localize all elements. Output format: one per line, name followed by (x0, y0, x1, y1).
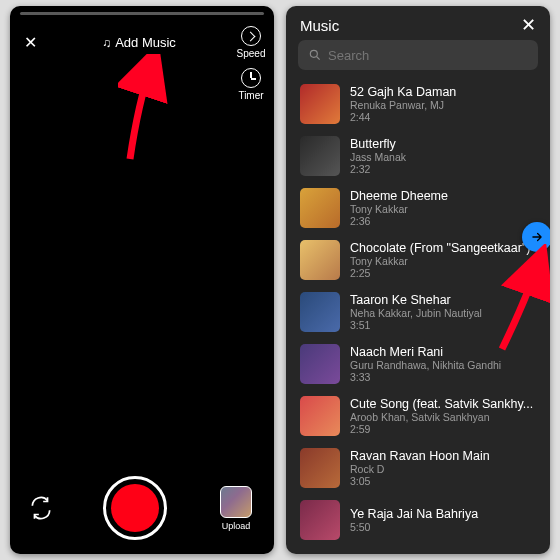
album-art (300, 344, 340, 384)
song-row[interactable]: Chocolate (From "Sangeetkaar")Tony Kakka… (286, 234, 550, 286)
add-music-button[interactable]: ♫ Add Music (50, 35, 228, 50)
song-artist: Guru Randhawa, Nikhita Gandhi (350, 359, 536, 371)
song-title: Taaron Ke Shehar (350, 293, 536, 307)
camera-screen: ✕ ♫ Add Music Speed Timer Upload (10, 6, 274, 554)
close-button[interactable]: ✕ (10, 33, 50, 52)
upload-label: Upload (216, 521, 256, 531)
song-artist: Renuka Panwar, MJ (350, 99, 536, 111)
song-duration: 3:05 (350, 475, 536, 487)
song-meta: Chocolate (From "Sangeetkaar")Tony Kakka… (350, 241, 536, 279)
album-art (300, 396, 340, 436)
arrow-right-icon (530, 230, 544, 244)
record-icon (111, 484, 159, 532)
song-artist: Neha Kakkar, Jubin Nautiyal (350, 307, 536, 319)
album-art (300, 240, 340, 280)
speed-icon (241, 26, 261, 46)
song-artist: Rock D (350, 463, 536, 475)
search-input[interactable] (328, 48, 528, 63)
album-art (300, 500, 340, 540)
song-row[interactable]: 52 Gajh Ka DamanRenuka Panwar, MJ2:44 (286, 78, 550, 130)
close-music-button[interactable]: ✕ (521, 14, 536, 36)
search-field[interactable] (298, 40, 538, 70)
song-duration: 2:59 (350, 423, 536, 435)
album-art (300, 448, 340, 488)
song-meta: ButterflyJass Manak2:32 (350, 137, 536, 175)
search-icon (308, 48, 322, 62)
song-duration: 2:32 (350, 163, 536, 175)
music-picker-screen: Music ✕ 52 Gajh Ka DamanRenuka Panwar, M… (286, 6, 550, 554)
song-artist: Aroob Khan, Satvik Sankhyan (350, 411, 536, 423)
song-artist: Tony Kakkar (350, 255, 536, 267)
music-note-icon: ♫ (102, 36, 111, 50)
song-meta: Dheeme DheemeTony Kakkar2:36 (350, 189, 536, 227)
album-art (300, 292, 340, 332)
timer-control[interactable]: Timer (228, 68, 274, 101)
song-meta: Ye Raja Jai Na Bahriya5:50 (350, 507, 536, 533)
speed-label: Speed (228, 48, 274, 59)
timer-icon (241, 68, 261, 88)
svg-point-0 (310, 50, 317, 57)
song-duration: 3:33 (350, 371, 536, 383)
song-title: Butterfly (350, 137, 536, 151)
song-artist: Jass Manak (350, 151, 536, 163)
song-title: Cute Song (feat. Satvik Sankhy... (350, 397, 536, 411)
song-row[interactable]: Taaron Ke SheharNeha Kakkar, Jubin Nauti… (286, 286, 550, 338)
album-art (300, 84, 340, 124)
album-art (300, 188, 340, 228)
song-row[interactable]: Ye Raja Jai Na Bahriya5:50 (286, 494, 550, 546)
song-meta: Naach Meri RaniGuru Randhawa, Nikhita Ga… (350, 345, 536, 383)
song-title: Naach Meri Rani (350, 345, 536, 359)
add-music-label: Add Music (115, 35, 176, 50)
svg-line-1 (317, 57, 320, 60)
song-duration: 2:36 (350, 215, 536, 227)
song-title: Ye Raja Jai Na Bahriya (350, 507, 536, 521)
song-duration: 5:50 (350, 521, 536, 533)
song-row[interactable]: Cute Song (feat. Satvik Sankhy...Aroob K… (286, 390, 550, 442)
song-row[interactable]: Ravan Ravan Hoon MainRock D3:05 (286, 442, 550, 494)
song-row[interactable]: ButterflyJass Manak2:32 (286, 130, 550, 182)
progress-bar (20, 12, 264, 15)
song-row[interactable]: Dheeme DheemeTony Kakkar2:36 (286, 182, 550, 234)
song-artist: Tony Kakkar (350, 203, 536, 215)
song-duration: 3:51 (350, 319, 536, 331)
record-button[interactable] (103, 476, 167, 540)
song-meta: Taaron Ke SheharNeha Kakkar, Jubin Nauti… (350, 293, 536, 331)
timer-label: Timer (228, 90, 274, 101)
annotation-arrow (118, 54, 178, 164)
flip-camera-icon (28, 495, 54, 521)
song-meta: Cute Song (feat. Satvik Sankhy...Aroob K… (350, 397, 536, 435)
upload-thumbnail (220, 486, 252, 518)
song-meta: 52 Gajh Ka DamanRenuka Panwar, MJ2:44 (350, 85, 536, 123)
song-title: Ravan Ravan Hoon Main (350, 449, 536, 463)
music-panel-title: Music (300, 17, 339, 34)
next-button[interactable] (522, 222, 550, 252)
song-title: 52 Gajh Ka Daman (350, 85, 536, 99)
song-duration: 2:44 (350, 111, 536, 123)
song-duration: 2:25 (350, 267, 536, 279)
album-art (300, 136, 340, 176)
song-title: Dheeme Dheeme (350, 189, 536, 203)
song-meta: Ravan Ravan Hoon MainRock D3:05 (350, 449, 536, 487)
flip-camera-button[interactable] (28, 495, 54, 521)
song-title: Chocolate (From "Sangeetkaar") (350, 241, 536, 255)
song-list: 52 Gajh Ka DamanRenuka Panwar, MJ2:44But… (286, 78, 550, 554)
upload-button[interactable]: Upload (216, 486, 256, 531)
speed-control[interactable]: Speed (228, 26, 274, 59)
song-row[interactable]: Naach Meri RaniGuru Randhawa, Nikhita Ga… (286, 338, 550, 390)
